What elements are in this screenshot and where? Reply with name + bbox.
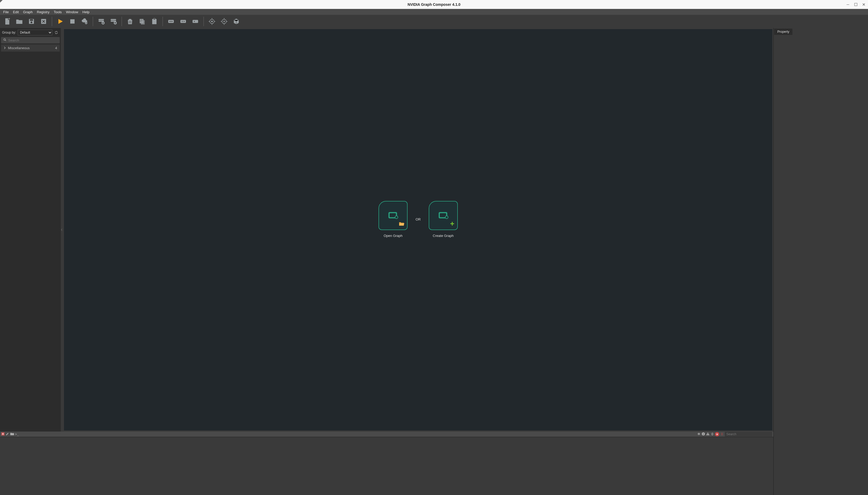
property-tab[interactable]: Property [774, 29, 792, 35]
open-graph-label: Open Graph [384, 234, 403, 238]
toolbar: + [0, 15, 868, 28]
svg-point-23 [170, 21, 171, 22]
menu-registry[interactable]: Registry [35, 10, 52, 15]
palette-search-row [1, 37, 60, 44]
target-hollow-icon[interactable] [219, 16, 229, 27]
menu-tools[interactable]: Tools [52, 10, 64, 15]
toolbar-separator [93, 17, 93, 26]
console-output[interactable] [0, 437, 773, 495]
splitter-handle[interactable] [61, 28, 63, 431]
search-icon [3, 38, 6, 42]
svg-rect-7 [70, 19, 74, 23]
svg-text:i: i [703, 432, 704, 436]
graph-canvas[interactable]: Open Graph OR Create Graph [64, 29, 772, 430]
svg-point-24 [171, 21, 172, 22]
main-area: Group by: Default Miscellaneous 4 [0, 28, 868, 431]
svg-rect-12 [111, 19, 116, 20]
tree-row-miscellaneous[interactable]: Miscellaneous 4 [1, 45, 60, 52]
paste-icon[interactable] [149, 16, 159, 27]
svg-point-5 [31, 21, 33, 23]
menu-bar: File Edit Graph Registry Tools Window He… [0, 9, 868, 15]
close-file-icon[interactable] [39, 16, 49, 27]
tree-item-count: 4 [55, 46, 57, 50]
svg-text:+: + [8, 18, 10, 20]
console-prompt-icon[interactable]: >_ [15, 432, 19, 436]
new-file-icon[interactable]: + [2, 16, 12, 27]
menu-edit[interactable]: Edit [11, 10, 21, 15]
svg-point-27 [182, 21, 183, 22]
error-count: 0 [721, 432, 723, 436]
menu-graph[interactable]: Graph [21, 10, 35, 15]
graph-node-icon [386, 209, 400, 222]
ellipsis-2-icon[interactable] [178, 16, 188, 27]
property-panel: Property [773, 28, 868, 431]
bottom-dock: >_ i 0 ✕ 0 [0, 431, 868, 495]
menu-file[interactable]: File [1, 10, 11, 15]
trash-icon[interactable] [125, 16, 135, 27]
svg-point-28 [184, 21, 185, 22]
chevron-right-icon [4, 46, 6, 50]
toolbar-separator [122, 17, 122, 26]
svg-point-34 [4, 39, 5, 40]
group-by-label: Group by: [2, 31, 16, 34]
corner-grip-icon [0, 0, 3, 3]
svg-point-25 [172, 21, 173, 22]
clear-console-icon[interactable] [1, 432, 5, 437]
window-minimize-button[interactable] [846, 3, 850, 6]
create-graph-label: Create Graph [433, 234, 454, 238]
svg-rect-19 [141, 20, 145, 24]
ellipsis-1-icon[interactable] [190, 16, 200, 27]
asterisk-icon[interactable] [697, 432, 701, 437]
warning-icon[interactable] [706, 432, 710, 437]
svg-rect-16 [140, 20, 143, 20]
or-label: OR [415, 217, 421, 221]
svg-point-30 [194, 21, 195, 22]
tree-item-label: Miscellaneous [8, 46, 30, 50]
svg-rect-4 [30, 19, 33, 21]
svg-rect-44 [708, 433, 708, 434]
window-maximize-button[interactable] [854, 3, 857, 6]
info-icon[interactable]: i [702, 432, 705, 437]
palette-search-input[interactable] [8, 38, 58, 42]
play-icon[interactable] [55, 16, 65, 27]
window-title: NVIDIA Graph Composer 4.1.0 [408, 2, 460, 6]
svg-rect-20 [152, 19, 157, 24]
group-by-select[interactable]: Default [18, 30, 52, 35]
console-search-input[interactable] [725, 432, 772, 437]
menu-help[interactable]: Help [81, 10, 92, 15]
edit-console-icon[interactable] [5, 432, 9, 437]
svg-point-37 [395, 216, 398, 219]
svg-rect-1 [854, 3, 857, 6]
copy-icon[interactable] [137, 16, 147, 27]
container-download-icon[interactable] [96, 16, 106, 27]
console-toolbar: >_ i 0 ✕ 0 [0, 431, 773, 437]
toolbar-separator [203, 17, 204, 26]
plus-icon [450, 221, 455, 227]
target-solid-icon[interactable] [207, 16, 217, 27]
title-bar: NVIDIA Graph Composer 4.1.0 [0, 0, 868, 9]
save-icon[interactable] [26, 16, 36, 27]
graph-node-icon [437, 209, 450, 222]
svg-rect-21 [154, 18, 155, 20]
svg-rect-26 [180, 20, 186, 23]
create-graph-tile[interactable] [429, 201, 458, 230]
folder-open-icon [398, 221, 404, 227]
svg-point-32 [211, 21, 213, 22]
stop-icon[interactable] [67, 16, 77, 27]
warning-count: 0 [711, 432, 713, 436]
toolbar-separator [52, 17, 52, 26]
cloud-check-icon[interactable] [79, 16, 90, 27]
svg-rect-0 [847, 4, 849, 5]
open-folder-icon[interactable] [14, 16, 24, 27]
console-folder-icon[interactable] [10, 432, 14, 437]
ellipsis-3-icon[interactable] [166, 16, 176, 27]
svg-point-40 [445, 216, 448, 219]
open-graph-tile[interactable] [378, 201, 408, 230]
component-palette-panel: Group by: Default Miscellaneous 4 [0, 28, 61, 431]
cube-icon[interactable] [231, 16, 241, 27]
menu-window[interactable]: Window [64, 10, 81, 15]
refresh-icon[interactable] [54, 30, 59, 35]
container-upload-icon[interactable] [108, 16, 119, 27]
window-close-button[interactable] [862, 3, 865, 6]
error-icon[interactable]: ✕ [715, 432, 719, 436]
